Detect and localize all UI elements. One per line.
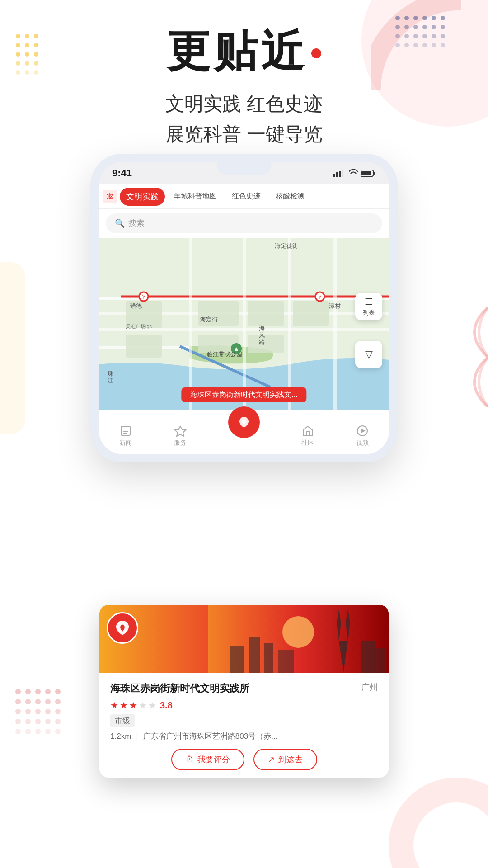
svg-text:风: 风 xyxy=(259,332,265,339)
nav-news[interactable]: 新闻 xyxy=(119,425,132,447)
card-title: 海珠区赤岗街新时代文明实践所 xyxy=(110,682,357,695)
svg-point-40 xyxy=(25,689,31,694)
svg-point-46 xyxy=(35,699,41,704)
tabs-row: 返 文明实践 羊城科普地图 红色史迹 核酸检测 xyxy=(99,184,389,209)
card-level-text: 市级 xyxy=(110,714,135,727)
star-3: ★ xyxy=(129,700,137,711)
nav-service[interactable]: 服务 xyxy=(174,425,187,447)
svg-text:海: 海 xyxy=(259,325,265,332)
svg-point-50 xyxy=(25,709,31,714)
map-area[interactable]: Y Y ▲ 海定徒街 猎德 潭村 天汇广场igc 海定街 海 xyxy=(99,238,389,410)
tab-back[interactable]: 返 xyxy=(103,190,117,203)
svg-text:江: 江 xyxy=(108,377,113,384)
svg-point-15 xyxy=(395,16,400,20)
floating-card: 海珠区赤岗街新时代文明实践所 广州 ★ ★ ★ ★ ★ 3.8 市级 1.2km… xyxy=(99,605,389,778)
svg-rect-78 xyxy=(189,238,192,410)
phone-notch xyxy=(217,162,271,175)
tab-wenming[interactable]: 文明实践 xyxy=(120,188,165,206)
list-button[interactable]: ☰ 列表 xyxy=(355,293,382,320)
svg-rect-110 xyxy=(306,432,309,435)
svg-rect-115 xyxy=(230,646,244,673)
card-logo xyxy=(107,612,138,644)
svg-rect-116 xyxy=(249,637,260,673)
card-address-divider: ｜ xyxy=(133,732,143,741)
svg-point-17 xyxy=(413,16,418,20)
phone-notch-bar: 9:41 xyxy=(99,162,389,184)
svg-point-56 xyxy=(35,719,41,724)
community-icon xyxy=(301,425,314,437)
card-image-area xyxy=(99,605,389,673)
cityscape-icon xyxy=(208,605,389,673)
svg-rect-70 xyxy=(361,171,371,175)
svg-point-61 xyxy=(35,729,41,734)
card-address: 1.2km ｜ 广东省广州市海珠区艺洲路803号（赤... xyxy=(110,731,378,741)
tab-hongse[interactable]: 红色史迹 xyxy=(225,188,267,205)
svg-rect-84 xyxy=(248,301,284,326)
star-2: ★ xyxy=(120,700,128,711)
svg-point-114 xyxy=(282,616,314,648)
main-layout: 更贴近 文明实践 红色史迹 展览科普 一键导览 9:41 xyxy=(0,0,488,868)
filter-button[interactable]: ▽ xyxy=(355,341,382,368)
svg-text:Y: Y xyxy=(142,295,145,300)
card-logo-icon xyxy=(113,618,133,638)
svg-rect-79 xyxy=(243,238,246,410)
nav-center[interactable] xyxy=(228,406,260,438)
search-input-mock[interactable]: 🔍 搜索 xyxy=(106,213,382,233)
deco-dots-pink-bottom xyxy=(14,687,68,750)
hero-subtitle-line2: 展览科普 一键导览 xyxy=(0,119,488,149)
svg-point-59 xyxy=(15,729,21,734)
card-actions: ⏱ 我要评分 ↗ 到这去 xyxy=(110,749,378,770)
phone-container: 9:41 xyxy=(90,154,398,462)
svg-rect-81 xyxy=(333,238,337,410)
list-label: 列表 xyxy=(363,309,375,317)
svg-rect-120 xyxy=(375,648,386,673)
list-icon: ☰ xyxy=(365,297,373,307)
svg-point-19 xyxy=(432,16,436,20)
card-rating-row: ★ ★ ★ ★ ★ 3.8 xyxy=(110,700,378,711)
svg-point-43 xyxy=(55,689,61,694)
hero-title-text: 更贴近 xyxy=(167,27,308,75)
svg-point-58 xyxy=(55,719,61,724)
rate-button[interactable]: ⏱ 我要评分 xyxy=(171,749,244,770)
bottom-nav: 新闻 服务 xyxy=(99,410,389,454)
navigate-icon: ↗ xyxy=(268,755,275,764)
deco-yellow-bar xyxy=(0,262,25,434)
hero-title-dot xyxy=(311,48,321,58)
hero-title: 更贴近 xyxy=(167,27,321,75)
svg-point-49 xyxy=(15,709,21,714)
stars: ★ ★ ★ ★ ★ xyxy=(110,700,156,711)
nav-news-label: 新闻 xyxy=(119,439,132,447)
map-svg: Y Y ▲ 海定徒街 猎德 潭村 天汇广场igc 海定街 海 xyxy=(99,238,389,410)
svg-text:猎德: 猎德 xyxy=(130,302,142,309)
phone-time: 9:41 xyxy=(112,167,132,179)
nav-community[interactable]: 社区 xyxy=(301,425,314,447)
card-address-text: 广东省广州市海珠区艺洲路803号（赤... xyxy=(143,732,278,741)
svg-rect-65 xyxy=(336,172,338,177)
tab-yangcheng[interactable]: 羊城科普地图 xyxy=(167,188,223,205)
svg-point-39 xyxy=(15,689,21,694)
nav-video-label: 视频 xyxy=(356,439,369,447)
svg-rect-117 xyxy=(264,643,273,673)
nav-video[interactable]: 视频 xyxy=(356,425,369,447)
card-level-badge: 市级 xyxy=(110,714,378,731)
map-banner-text: 海珠区赤岗街新时代文明实践文... xyxy=(190,391,297,398)
svg-point-54 xyxy=(15,719,21,724)
service-icon xyxy=(174,425,187,437)
wifi-icon xyxy=(349,169,358,177)
svg-point-44 xyxy=(15,699,21,704)
svg-rect-69 xyxy=(374,172,375,175)
svg-point-55 xyxy=(25,719,31,724)
tab-hesuan[interactable]: 核酸检测 xyxy=(269,188,311,205)
svg-point-62 xyxy=(45,729,51,734)
svg-text:路: 路 xyxy=(259,339,265,345)
svg-rect-80 xyxy=(288,238,291,410)
svg-point-51 xyxy=(35,709,41,714)
map-banner-button[interactable]: 海珠区赤岗街新时代文明实践文... xyxy=(181,387,306,402)
phone-status-icons xyxy=(333,169,376,177)
phone-mockup: 9:41 xyxy=(90,154,398,462)
navigate-button[interactable]: ↗ 到这去 xyxy=(253,749,317,770)
svg-point-18 xyxy=(422,16,427,20)
nav-service-label: 服务 xyxy=(174,439,187,447)
card-header: 海珠区赤岗街新时代文明实践所 广州 xyxy=(110,682,378,695)
signal-icon xyxy=(333,169,346,177)
